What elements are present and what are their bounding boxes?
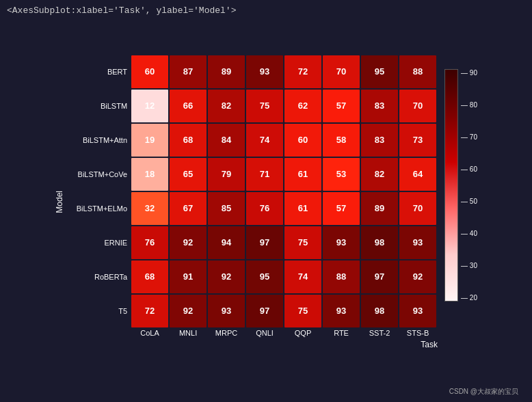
heatmap-cell: 60 bbox=[284, 124, 321, 157]
row-label: BiLSTM bbox=[71, 102, 131, 110]
colorbar-tick: — 20 bbox=[461, 294, 477, 302]
heatmap-cell: 97 bbox=[246, 226, 283, 259]
heatmap-cell: 98 bbox=[361, 226, 398, 259]
heatmap-cell: 97 bbox=[361, 260, 398, 293]
col-header: RTE bbox=[323, 329, 360, 337]
heatmap-cell: 84 bbox=[208, 124, 245, 157]
col-header: SST-2 bbox=[361, 329, 398, 337]
heatmap-cell: 85 bbox=[208, 192, 245, 225]
row-label: RoBERTa bbox=[71, 273, 131, 281]
col-header: QQP bbox=[284, 329, 321, 337]
heatmap-cell: 87 bbox=[170, 55, 207, 88]
table-row: RoBERTa6891929574889792 bbox=[71, 260, 438, 293]
table-row: BiLSTM+ELMo3267857661578970 bbox=[71, 192, 438, 225]
heatmap-cell: 82 bbox=[361, 158, 398, 191]
heatmap-cell: 97 bbox=[246, 295, 283, 327]
heatmap-cell: 72 bbox=[284, 55, 321, 88]
colorbar-tick: — 50 bbox=[461, 198, 477, 205]
heatmap-cell: 89 bbox=[361, 192, 398, 225]
heatmap-cell: 93 bbox=[399, 295, 436, 327]
heatmap-cell: 64 bbox=[399, 158, 436, 191]
heatmap-cell: 93 bbox=[246, 55, 283, 88]
colorbar-gradient bbox=[444, 69, 458, 302]
heatmap-cell: 57 bbox=[323, 90, 360, 122]
colorbar-tick: — 40 bbox=[461, 230, 477, 237]
heatmap-cell: 91 bbox=[170, 260, 207, 293]
col-header: QNLI bbox=[246, 329, 283, 337]
colorbar-labels: — 90— 80— 70— 60— 50— 40— 30— 20 bbox=[461, 69, 477, 302]
heatmap-cell: 53 bbox=[323, 158, 360, 191]
heatmap-cell: 73 bbox=[399, 124, 436, 157]
heatmap-cell: 70 bbox=[399, 192, 436, 225]
heatmap-cell: 83 bbox=[361, 124, 398, 157]
heatmap-cell: 88 bbox=[399, 55, 436, 88]
heatmap-cell: 76 bbox=[131, 226, 168, 259]
heatmap-cell: 88 bbox=[323, 260, 360, 293]
heatmap-cell: 61 bbox=[284, 158, 321, 191]
heatmap-cell: 72 bbox=[131, 295, 168, 327]
heatmap-cell: 93 bbox=[399, 226, 436, 259]
heatmap-cell: 70 bbox=[399, 90, 436, 122]
heatmap-cell: 82 bbox=[208, 90, 245, 122]
heatmap-cell: 12 bbox=[131, 90, 168, 122]
heatmap-cell: 68 bbox=[170, 124, 207, 157]
heatmap-cell: 74 bbox=[284, 260, 321, 293]
table-row: BiLSTM+Attn1968847460588373 bbox=[71, 124, 438, 157]
heatmap-cell: 60 bbox=[131, 55, 168, 88]
watermark: CSDN @大叔家的宝贝 bbox=[449, 387, 518, 397]
heatmap-cell: 61 bbox=[284, 192, 321, 225]
heatmap-cell: 74 bbox=[246, 124, 283, 157]
heatmap-cell: 62 bbox=[284, 90, 321, 122]
heatmap-cell: 75 bbox=[246, 90, 283, 122]
heatmap-cell: 95 bbox=[361, 55, 398, 88]
colorbar-tick: — 90 bbox=[461, 69, 477, 77]
heatmap-cell: 83 bbox=[361, 90, 398, 122]
col-header: STS-B bbox=[399, 329, 436, 337]
heatmap-cell: 65 bbox=[170, 158, 207, 191]
colorbar: — 90— 80— 70— 60— 50— 40— 30— 20 bbox=[444, 69, 477, 336]
heatmap-cell: 94 bbox=[208, 226, 245, 259]
heatmap-cell: 66 bbox=[170, 90, 207, 122]
heatmap-cell: 76 bbox=[246, 192, 283, 225]
heatmap-grid: BERT6087899372709588BiLSTM12668275625783… bbox=[71, 55, 438, 329]
heatmap-cell: 95 bbox=[246, 260, 283, 293]
heatmap-cell: 89 bbox=[208, 55, 245, 88]
y-axis-label: Model bbox=[55, 191, 64, 213]
heatmap-cell: 57 bbox=[323, 192, 360, 225]
col-header: MNLI bbox=[170, 329, 207, 337]
heatmap-cell: 71 bbox=[246, 158, 283, 191]
heatmap-cell: 70 bbox=[323, 55, 360, 88]
heatmap-cell: 92 bbox=[170, 295, 207, 327]
heatmap-cell: 75 bbox=[284, 226, 321, 259]
heatmap-cell: 93 bbox=[323, 295, 360, 327]
heatmap-cell: 68 bbox=[131, 260, 168, 293]
row-label: T5 bbox=[71, 307, 131, 315]
row-label: BiLSTM+CoVe bbox=[71, 170, 131, 178]
heatmap-cell: 92 bbox=[170, 226, 207, 259]
heatmap-cell: 93 bbox=[208, 295, 245, 327]
col-header: CoLA bbox=[131, 329, 168, 337]
colorbar-tick: — 60 bbox=[461, 165, 477, 173]
table-row: BiLSTM+CoVe1865797161538264 bbox=[71, 158, 438, 191]
heatmap-cell: 79 bbox=[208, 158, 245, 191]
heatmap-cell: 19 bbox=[131, 124, 168, 157]
table-row: BiLSTM1266827562578370 bbox=[71, 90, 438, 122]
row-label: BiLSTM+ELMo bbox=[71, 204, 131, 213]
row-label: BiLSTM+Attn bbox=[71, 136, 131, 144]
table-row: ERNIE7692949775939893 bbox=[71, 226, 438, 259]
row-label: ERNIE bbox=[71, 239, 131, 247]
x-axis-label: Task bbox=[421, 340, 438, 349]
heatmap-cell: 32 bbox=[131, 192, 168, 225]
heatmap-cell: 98 bbox=[361, 295, 398, 327]
heatmap-cell: 92 bbox=[208, 260, 245, 293]
table-row: BERT6087899372709588 bbox=[71, 55, 438, 88]
heatmap-cell: 18 bbox=[131, 158, 168, 191]
heatmap-cell: 58 bbox=[323, 124, 360, 157]
col-header: MRPC bbox=[208, 329, 245, 337]
colorbar-tick: — 30 bbox=[461, 262, 477, 269]
heatmap-cell: 92 bbox=[399, 260, 436, 293]
chart-title: <AxesSubplot:xlabel='Task', ylabel='Mode… bbox=[7, 5, 236, 16]
table-row: T57292939775939893 bbox=[71, 295, 438, 327]
row-label: BERT bbox=[71, 68, 131, 76]
colorbar-tick: — 80 bbox=[461, 101, 477, 109]
